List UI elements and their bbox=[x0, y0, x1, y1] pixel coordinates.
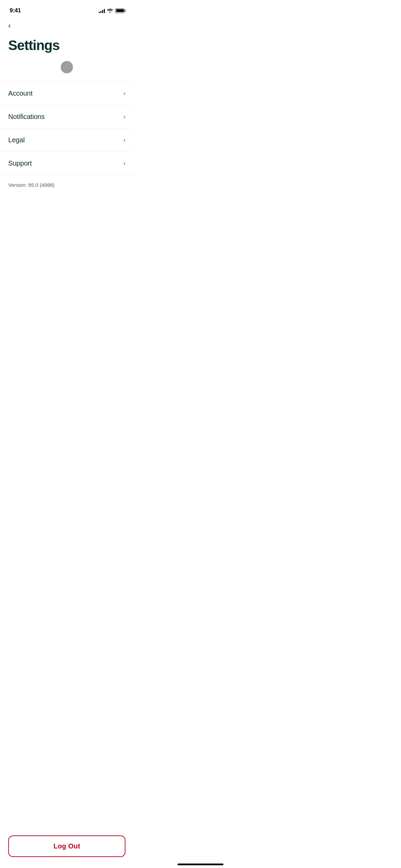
menu-item-account[interactable]: Account › bbox=[0, 82, 134, 105]
menu-item-legal-label: Legal bbox=[8, 136, 25, 144]
decorative-circle bbox=[61, 61, 73, 73]
status-bar: 9:41 bbox=[0, 0, 134, 16]
wifi-icon bbox=[107, 8, 113, 13]
menu-item-legal[interactable]: Legal › bbox=[0, 129, 134, 152]
chevron-right-icon: › bbox=[123, 136, 125, 144]
version-text: Version: 95.0 (4988) bbox=[0, 175, 134, 195]
menu-item-notifications-label: Notifications bbox=[8, 113, 45, 121]
page-title: Settings bbox=[8, 38, 125, 53]
page-title-container: Settings bbox=[0, 35, 134, 61]
chevron-right-icon: › bbox=[123, 160, 125, 167]
chevron-right-icon: › bbox=[123, 90, 125, 97]
menu-item-account-label: Account bbox=[8, 89, 33, 97]
menu-item-notifications[interactable]: Notifications › bbox=[0, 105, 134, 129]
settings-menu: Account › Notifications › Legal › Suppor… bbox=[0, 82, 134, 175]
status-icons bbox=[99, 8, 125, 13]
menu-item-support[interactable]: Support › bbox=[0, 152, 134, 175]
status-time: 9:41 bbox=[10, 7, 21, 14]
back-chevron-icon: ‹ bbox=[8, 22, 11, 29]
chevron-right-icon: › bbox=[123, 113, 125, 120]
battery-icon bbox=[115, 9, 125, 13]
signal-icon bbox=[99, 8, 105, 13]
back-button[interactable]: ‹ bbox=[0, 16, 134, 35]
menu-item-support-label: Support bbox=[8, 159, 32, 167]
